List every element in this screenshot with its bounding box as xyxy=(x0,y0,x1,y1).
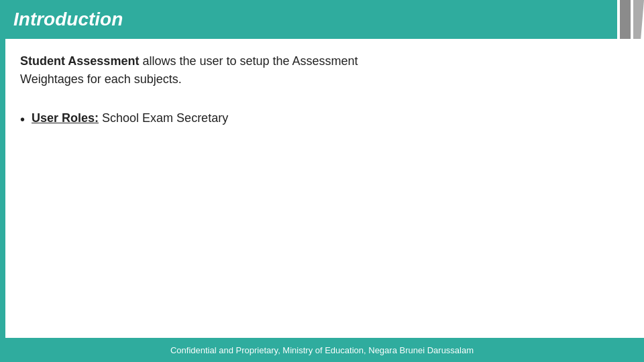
deco-bar-dark-1 xyxy=(620,0,631,39)
slide-container: Introduction Student Assessment allows t… xyxy=(0,0,644,362)
bullet-item: • User Roles: School Exam Secretary xyxy=(20,109,624,130)
bullet-label: User Roles: xyxy=(32,111,99,125)
slide-title: Introduction xyxy=(13,9,123,30)
deco-bar-dark-2 xyxy=(633,0,644,39)
deco-bars xyxy=(604,0,644,39)
bullet-dot: • xyxy=(20,109,25,130)
footer-bar: Confidential and Proprietary, Ministry o… xyxy=(0,338,644,362)
paragraph-rest: allows the user to setup the Assessment xyxy=(139,54,358,68)
deco-bar-teal xyxy=(604,0,617,39)
bullet-text: School Exam Secretary xyxy=(99,111,228,125)
header-bar: Introduction xyxy=(0,0,604,39)
paragraph-second-line: Weightages for each subjects. xyxy=(20,72,182,86)
bold-term: Student Assessment xyxy=(20,54,139,68)
footer-text: Confidential and Proprietary, Ministry o… xyxy=(170,345,474,355)
left-accent-bar xyxy=(0,39,5,362)
bullet-section: • User Roles: School Exam Secretary xyxy=(20,109,624,130)
content-area: Student Assessment allows the user to se… xyxy=(20,52,624,328)
intro-paragraph: Student Assessment allows the user to se… xyxy=(20,52,624,88)
